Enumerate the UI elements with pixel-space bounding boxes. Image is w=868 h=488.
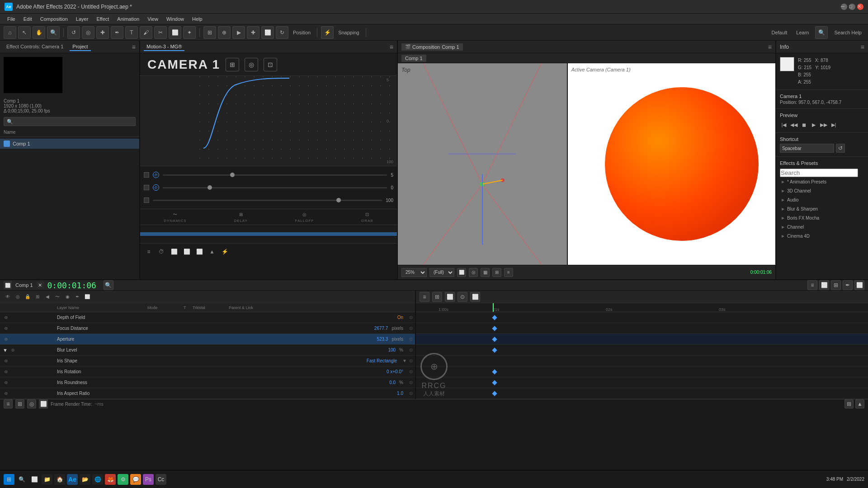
timeline-btn4[interactable]: ✒ [843, 280, 853, 290]
bottom-right-btn1[interactable]: ⊞ [844, 399, 854, 408]
layer-link-focus[interactable]: ⊙ [407, 324, 415, 333]
slider-3[interactable] [153, 200, 382, 201]
layer-row-iris-shape[interactable]: ◎ Iris Shape Fast Rectangle ▼ ⊙ [0, 356, 415, 366]
preview-stop[interactable]: ◼ [800, 121, 808, 129]
timeline-btn5[interactable]: ⬜ [854, 280, 864, 290]
preview-play[interactable]: ▶ [232, 26, 245, 39]
puppet-tool[interactable]: ✦ [183, 26, 196, 39]
menu-effect[interactable]: Effect [93, 15, 113, 23]
menu-help[interactable]: Help [189, 15, 206, 23]
comp-panel-menu[interactable]: ≡ [768, 43, 772, 51]
preview-prev-frame[interactable]: ◀◀ [790, 121, 798, 129]
preview-start[interactable]: |◀ [780, 121, 788, 129]
close-button[interactable]: ✕ [857, 4, 863, 10]
motion-panel-menu[interactable]: ≡ [390, 43, 393, 51]
shortcut-reset[interactable]: ↺ [836, 144, 845, 153]
camera-tool[interactable]: ◎ [82, 26, 94, 39]
comp-ctrl-btn4[interactable]: ⊞ [492, 268, 501, 277]
layer-link-iris-shape[interactable]: ⊙ [407, 357, 415, 365]
effects-search-input[interactable] [780, 169, 858, 177]
bottom-btn1[interactable]: ≡ [4, 399, 13, 408]
ctrl-checkbox-3[interactable] [144, 197, 149, 203]
window-controls[interactable]: ─ □ ✕ [841, 4, 863, 10]
layer-vis-iris-shape[interactable]: ◎ [3, 358, 9, 364]
timeline-close-tab[interactable]: ✕ [37, 282, 44, 289]
keyframe-8a[interactable] [492, 391, 497, 396]
layer-row-dof[interactable]: ◎ Depth of Field On ⊙ [0, 312, 415, 323]
layers-motion-blur[interactable]: 〜 [53, 293, 61, 301]
home-button[interactable]: ⌂ [4, 26, 16, 39]
footer-btn-2[interactable]: ⏱ [156, 247, 166, 257]
project-tab[interactable]: Project [70, 43, 90, 51]
orange-app-taskbar[interactable]: 💬 [130, 474, 141, 485]
effect-3d-channel[interactable]: ▶ 3D Channel [780, 186, 864, 195]
ctrl-stopwatch-1[interactable]: ⏱ [153, 172, 159, 178]
effect-animation-presets[interactable]: ▶ * Animation Presets [780, 177, 864, 186]
search-taskbar[interactable]: 🔍 [16, 474, 27, 485]
text-tool[interactable]: T [125, 26, 138, 39]
layer-link-dof[interactable]: ⊙ [407, 314, 415, 322]
layer-expand-blur[interactable]: ▼ [3, 347, 8, 353]
menu-edit[interactable]: Edit [20, 15, 36, 23]
browser-taskbar[interactable]: 🌐 [92, 474, 103, 485]
menu-animation[interactable]: Animation [113, 15, 143, 23]
snap-btn[interactable]: ⚡ [321, 26, 334, 39]
ctrl-checkbox-2[interactable] [144, 185, 149, 190]
firefox-taskbar[interactable]: 🦊 [105, 474, 116, 485]
footer-btn-4[interactable]: ⬜ [182, 247, 192, 257]
layer-vis-iris-aspect[interactable]: ◎ [3, 390, 9, 397]
workspace-label[interactable]: Default [769, 29, 790, 36]
task-view[interactable]: ⬜ [29, 474, 40, 485]
dynamics-btn[interactable]: 〜 DYNAMICS [164, 211, 186, 223]
effect-boris-fx[interactable]: ▶ Boris FX Mocha [780, 213, 864, 222]
zoom-select[interactable]: 25% 50% 100% [401, 268, 427, 277]
info-panel-menu[interactable]: ≡ [861, 43, 864, 51]
preview-play[interactable]: ▶ [810, 121, 818, 129]
layer-vis-blur[interactable]: ◎ [9, 347, 16, 353]
ae-taskbar[interactable]: Ae [67, 474, 78, 485]
footer-btn-6[interactable]: ▲ [207, 247, 217, 257]
project-item-comp1[interactable]: Comp 1 [0, 139, 139, 149]
rect-mask[interactable]: ⬜ [261, 26, 274, 39]
clone-tool[interactable]: ✂ [154, 26, 167, 39]
layer-vis-iris-rot[interactable]: ◎ [3, 369, 9, 375]
footer-btn-3[interactable]: ⬜ [169, 247, 179, 257]
project-search-bar[interactable]: 🔍 [4, 117, 136, 126]
layer-link-iris-round[interactable]: ⊙ [407, 379, 415, 387]
menu-layer[interactable]: Layer [72, 15, 92, 23]
layer-link-iris-aspect[interactable]: ⊙ [407, 389, 415, 398]
timeline-comp-tab[interactable]: Comp 1 [15, 282, 33, 288]
footer-btn-5[interactable]: ⬜ [194, 247, 204, 257]
comp-tab-main[interactable]: 🎬 Composition Comp 1 [401, 43, 463, 51]
layer-vis-focus[interactable]: ◎ [3, 325, 9, 332]
layer-row-iris-aspect[interactable]: ◎ Iris Aspect Ratio 1.0 ⊙ [0, 388, 415, 399]
pen-tool[interactable]: ✒ [111, 26, 123, 39]
comp-ctrl-btn1[interactable]: ⬜ [457, 268, 466, 277]
timeline-btn1[interactable]: ≡ [807, 280, 817, 290]
keyframe-7a[interactable] [492, 380, 497, 385]
layers-frame-blend[interactable]: ◀ [43, 293, 52, 301]
layer-row-iris-round[interactable]: ◎ Iris Roundness 0.0 % ⊙ [0, 377, 415, 388]
cc-taskbar[interactable]: Cc [156, 474, 166, 485]
comp-ctrl-btn3[interactable]: ▦ [481, 268, 490, 277]
layer-vis-iris-round[interactable]: ◎ [3, 380, 9, 386]
timeline-btn3[interactable]: ⊞ [831, 280, 841, 290]
layers-dof[interactable]: ◉ [63, 293, 71, 301]
timeline-playhead[interactable] [493, 303, 494, 312]
iris-shape-dropdown[interactable]: ▼ [402, 358, 407, 363]
layer-link-aperture[interactable]: ⊙ [407, 335, 415, 343]
ctrl-stopwatch-2[interactable]: ⏱ [153, 184, 159, 191]
eraser-tool[interactable]: ⬜ [169, 26, 181, 39]
effect-cinema4d[interactable]: ▶ Cinema 4D [780, 231, 864, 240]
keyframe-3a[interactable] [492, 337, 497, 342]
effect-blur-sharpen[interactable]: ▶ Blur & Sharpen [780, 204, 864, 213]
timeline-btn2[interactable]: ⬜ [819, 280, 829, 290]
settings-taskbar[interactable]: 🏠 [54, 474, 65, 485]
layer-row-blur[interactable]: ▼ ◎ Blur Level 100 % ⊙ [0, 345, 415, 356]
snap-tool[interactable]: ⊕ [218, 26, 231, 39]
layer-vis-aperture[interactable]: ◎ [3, 336, 9, 343]
ctrl-checkbox-1[interactable] [144, 172, 149, 178]
timeline-search[interactable]: 🔍 [104, 280, 113, 290]
layers-solo-all[interactable]: ◎ [14, 293, 22, 301]
layer-link-iris-rot[interactable]: ⊙ [407, 368, 415, 376]
